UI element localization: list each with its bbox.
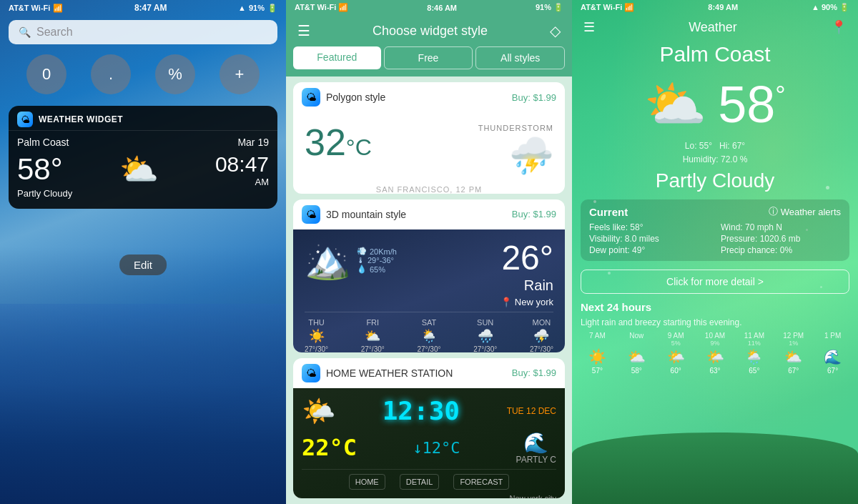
mountain-location: 📍 New york [500,297,553,307]
p3-dew-point: Dew point: 49° [589,245,709,255]
polygon-temp: 32°C [305,124,372,161]
p3-hour-6: 1 PM 🌊 67° [813,332,852,375]
status-bar-3: AT&T Wi-Fi 📶 8:49 AM ▲ 90% 🔋 [572,0,858,15]
polygon-card-price: Buy: $1.99 [512,92,556,103]
p3-title: Weather [689,20,737,35]
widget-time: 08:47 [215,152,269,177]
panel-widget-chooser: AT&T Wi-Fi 📶 8:46 AM 91% 🔋 ☰ Choose widg… [286,0,572,504]
widget-time-am: AM [215,177,269,187]
status-battery-3: ▲ 90% 🔋 [812,3,849,12]
status-time-2: 8:46 AM [427,4,457,12]
p3-next24-title: Next 24 hours [581,301,849,313]
tab-all-styles[interactable]: All styles [475,46,565,69]
p3-hour-2: 9 AM 5% 🌤️ 60° [656,332,696,375]
polygon-location: SAN FRANCISCO, 12 PM [293,182,565,194]
p3-hour-4: 11 AM 11% 🌦️ 65° [734,332,774,375]
p3-wind: Wind: 70 mph N [721,222,841,232]
polygon-style-card[interactable]: 🌤 Polygon style Buy: $1.99 32°C THUNDERS… [293,82,565,194]
p3-menu-icon[interactable]: ☰ [583,19,595,35]
p3-city: Palm Coast [572,42,858,66]
mountain-card-icon: 🌤 [302,205,320,224]
status-battery-2: 91% 🔋 [536,3,563,12]
hs-time: 12:30 [383,396,460,425]
hs-tab-forecast[interactable]: FORECAST [453,474,509,490]
widget-date: Mar 19 [237,137,269,148]
style-tabs: Featured Free All styles [286,46,572,76]
p3-main-weather: ⛅ 58° [572,69,858,139]
weather-detail-header: ☰ Weather 📍 [572,15,858,39]
p3-location-icon[interactable]: 📍 [831,19,847,35]
status-bar-2: AT&T Wi-Fi 📶 8:46 AM 91% 🔋 [286,0,572,15]
hs-temp-low: ↓12°C [413,439,460,457]
p3-main-icon: ⛅ [644,75,706,134]
p3-sub-info: Lo: 55° Hi: 67° Humidity: 72.0 % [572,139,858,167]
calc-percent[interactable]: % [155,54,195,94]
status-carrier-3: AT&T Wi-Fi 📶 [581,3,634,12]
p3-current-title: Current [589,206,628,218]
widget-weather-icon: ⛅ [119,151,159,188]
p3-hourly-forecast: 7 AM ☀️ 57° Now ⛅ 58° 9 AM 5% 🌤️ 60° 10 … [572,329,858,375]
home-station-card[interactable]: 🌤 HOME WEATHER STATION Buy: $1.99 🌤️ 12:… [293,358,565,498]
home-station-price: Buy: $1.99 [512,367,556,378]
p3-hour-3: 10 AM 9% 🌤️ 63° [696,332,735,375]
p3-next24-desc: Light rain and breezy starting this even… [581,317,849,327]
polygon-condition: THUNDERSTORM [478,124,553,132]
polygon-weather-icon: ⛈️ [509,135,553,177]
widget-app-icon: 🌤 [17,112,33,127]
widget-location: Palm Coast [17,137,69,148]
calc-zero[interactable]: 0 [26,54,66,94]
search-icon: 🔍 [19,26,31,38]
home-station-title: HOME WEATHER STATION [326,367,453,379]
widget-condition: Partly Cloudy [17,188,269,203]
edit-button[interactable]: Edit [119,255,167,275]
calc-dot[interactable]: . [91,54,131,94]
widget-list: 🌤 Polygon style Buy: $1.99 32°C THUNDERS… [286,76,572,504]
p3-feels-like: Feels like: 58° [589,222,709,232]
p3-hour-0: 7 AM ☀️ 57° [578,332,617,375]
panel-ios-home: AT&T Wi-Fi 📶 8:47 AM ▲ 91% 🔋 🔍 Search 0 … [0,0,286,504]
polygon-card-title: Polygon style [326,92,385,103]
calculator-row: 0 . % + [0,49,286,100]
widget-chooser-header: ☰ Choose widget style ◇ [286,15,572,46]
chooser-title: Choose widget style [310,24,550,39]
menu-icon[interactable]: ☰ [297,22,310,39]
mountain-card-title: 3D mountain style [326,209,406,220]
diamond-icon[interactable]: ◇ [550,22,561,39]
p3-pressure: Pressure: 1020.6 mb [721,234,841,244]
hs-sun-icon: 🌤️ [302,395,335,427]
p3-precip: Precip chance: 0% [721,245,841,255]
calc-plus[interactable]: + [220,54,260,94]
polygon-card-icon: 🌤 [302,88,320,107]
p3-hour-1: Now ⛅ 58° [617,332,656,375]
status-carrier-1: AT&T Wi-Fi 📶 [9,4,63,13]
status-battery-1: ▲ 91% 🔋 [238,4,277,13]
status-carrier-2: AT&T Wi-Fi 📶 [295,3,348,12]
mountain-condition: Rain [500,277,553,294]
hs-tab-home[interactable]: HOME [349,474,385,490]
search-label: Search [36,26,73,39]
mountain-card-price: Buy: $1.99 [512,209,556,219]
hs-tab-detail[interactable]: DETAIL [400,474,440,490]
mountain-style-card[interactable]: 🌤 3D mountain style Buy: $1.99 🏔️ 💨 20Km… [293,199,565,352]
p3-visibility: Visibility: 8.0 miles [589,234,709,244]
more-detail-button[interactable]: Click for more detail > [581,270,849,294]
hs-footer-tabs: HOME DETAIL FORECAST [302,469,556,490]
p3-weather-alerts: ⓘ Weather alerts [769,205,841,218]
weather-widget[interactable]: 🌤 WEATHER WIDGET Palm Coast Mar 19 58° ⛅… [9,106,277,209]
status-time-1: 8:47 AM [134,3,167,13]
hs-condition: PARTLY C [516,455,556,465]
status-bar-1: AT&T Wi-Fi 📶 8:47 AM ▲ 91% 🔋 [0,0,286,16]
hs-temp: 22°C [302,434,357,461]
hs-date: TUE 12 DEC [507,406,556,416]
home-station-icon: 🌤 [302,364,320,382]
tab-featured[interactable]: Featured [293,46,381,69]
widget-title: WEATHER WIDGET [39,114,123,124]
tab-free[interactable]: Free [384,46,473,69]
p3-temp: 58° [718,79,786,130]
search-bar[interactable]: 🔍 Search [9,20,277,44]
mountain-weather-icon: 🏔️ [305,238,351,282]
panel-weather-detail: AT&T Wi-Fi 📶 8:49 AM ▲ 90% 🔋 ☰ Weather 📍… [572,0,858,504]
p3-current-conditions: Current ⓘ Weather alerts Feels like: 58°… [581,199,849,261]
mountain-forecast: THU ☀️ 27°/30° FRI ⛅ 27°/30° SAT 🌦️ 27°/… [305,312,553,352]
p3-hour-5: 12 PM 1% ⛅ 67° [774,332,813,375]
